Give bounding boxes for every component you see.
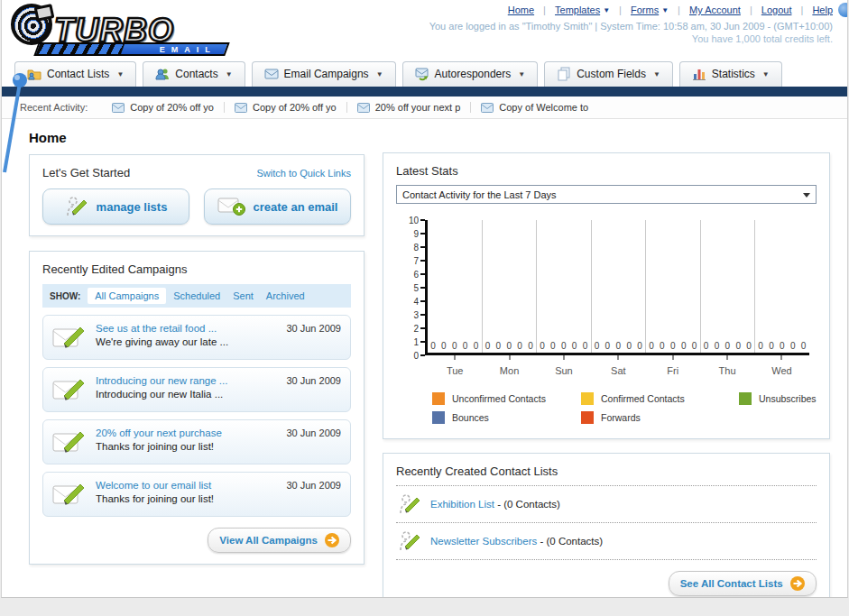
campaign-title-link[interactable]: 20% off your next purchase [96,428,277,438]
chart-value-label: 0 [506,341,512,351]
chart-x-labels: TueMonSunSatFriThuWed [428,355,809,378]
see-all-contact-lists-button[interactable]: See All Contact Lists [669,571,817,596]
legend-label: Forwards [601,412,641,423]
campaign-list-item[interactable]: 20% off your next purchase Thanks for jo… [42,419,351,464]
chart-value-label: 0 [692,341,697,351]
top-link[interactable]: Templates▼ [555,5,628,15]
main-nav-tab[interactable]: Custom Fields ▼ [544,61,673,87]
top-link[interactable]: My Account [689,5,759,15]
legend-swatch [432,392,445,405]
contact-list-detail: - (0 Contacts) [540,536,603,547]
contact-list-item[interactable]: Exhibition List - (0 Contacts) [396,485,817,522]
top-link[interactable]: Help [812,5,833,15]
recent-activity-item-label: Copy of Welcome to [499,102,588,113]
chart-value-label: 0 [572,341,577,351]
switch-quick-links[interactable]: Switch to Quick Links [256,168,351,179]
campaign-date: 30 Jun 2009 [286,375,341,386]
left-column: Home Let's Get Started Switch to Quick L… [29,126,365,598]
top-link[interactable]: Forms▼ [631,5,687,15]
contact-lists-panel: Recently Created Contact Lists [383,453,830,598]
chevron-down-icon: ▼ [603,6,610,14]
top-link[interactable]: Logout [761,5,810,15]
chart-value-label: 0 [474,341,479,351]
app-window: TURBO EMAIL Home Templates▼ Forms▼ My Ac… [1,0,848,598]
recent-activity-item[interactable]: 20% off your next p [347,102,472,113]
chart-value-label: 0 [441,341,447,351]
chart-value-label: 0 [637,341,642,351]
statistics-icon [692,67,706,81]
top-link-label[interactable]: Templates [555,5,600,15]
chart-day-group: 00000 [428,220,482,353]
main-nav-tab[interactable]: Email Campaigns ▼ [252,61,396,87]
main-nav-tab[interactable]: Statistics ▼ [679,61,782,87]
top-links: Home Templates▼ Forms▼ My Account Logout… [429,5,833,15]
top-link-label[interactable]: Forms [631,5,659,15]
campaign-title-link[interactable]: Welcome to our email list [96,480,277,491]
recent-activity-item[interactable]: Copy of 20% off yo [102,102,225,113]
chart-value-label: 0 [485,341,491,351]
get-started-title: Let's Get Started [42,166,130,179]
header-right: Home Templates▼ Forms▼ My Account Logout… [429,5,833,44]
campaign-subtitle: We're giving away our late ... [96,336,277,347]
email-campaigns-icon [264,67,279,81]
top-link-label[interactable]: Home [508,5,534,15]
campaign-filter[interactable]: All Campaigns [88,288,166,304]
legend-label: Unconfirmed Contacts [452,393,546,404]
campaign-filter[interactable]: Scheduled [173,290,220,301]
chart-value-label: 0 [660,341,665,351]
manage-lists-button[interactable]: manage lists [42,188,189,225]
envelope-icon [357,103,370,113]
x-tick-label: Mon [482,355,536,378]
latest-stats-title: Latest Stats [396,164,817,178]
chart-value-label: 0 [463,341,468,351]
contact-list-name-link[interactable]: Exhibition List [430,499,494,510]
see-all-contact-lists-label: See All Contact Lists [680,578,783,589]
chart-value-label: 0 [626,341,632,351]
campaign-title-link[interactable]: Introducing our new range ... [96,375,277,386]
campaigns-title: Recently Edited Campaigns [42,262,351,276]
chevron-down-icon: ▼ [376,70,383,78]
main-nav-tab[interactable]: Contacts ▼ [143,61,245,87]
chart-value-label: 0 [615,341,621,351]
header: TURBO EMAIL Home Templates▼ Forms▼ My Ac… [2,0,847,58]
y-tick: 5 [413,283,425,292]
credits-info: You have 1,000 total credits left. [429,33,833,44]
person-pencil-icon [65,195,88,218]
recent-activity-item[interactable]: Copy of 20% off yo [225,102,347,113]
campaign-filter[interactable]: Sent [233,290,254,301]
chart-value-label: 0 [725,341,731,351]
x-tick-label: Thu [700,355,754,378]
logo-speed-stripes [36,44,125,54]
y-tick: 2 [413,324,425,333]
chart-value-label: 0 [801,341,807,351]
y-tick: 10 [409,216,425,225]
campaign-filter-bar: SHOW: All CampaignsScheduledSentArchived [42,284,351,308]
contact-list-item[interactable]: Newsletter Subscribers - (0 Contacts) [396,522,817,560]
top-link-label[interactable]: My Account [689,5,741,15]
campaign-list-item[interactable]: Introducing our new range ... Introducin… [42,367,351,412]
person-pencil-icon [398,529,421,553]
contact-lists-title: Recently Created Contact Lists [396,464,817,478]
create-email-button[interactable]: create an email [204,188,351,225]
chart-day-group: 00000 [536,220,591,353]
chart-value-label: 0 [528,341,533,351]
campaign-title-link[interactable]: See us at the retail food ... [96,323,277,334]
top-link-label[interactable]: Logout [761,5,792,15]
get-started-panel: Let's Get Started Switch to Quick Links … [29,154,365,236]
campaign-list-item[interactable]: Welcome to our email list Thanks for joi… [42,472,351,517]
recent-campaigns-panel: Recently Edited Campaigns SHOW: All Camp… [29,251,365,565]
chart-value-label: 0 [746,341,752,351]
legend-swatch [581,411,594,424]
x-tick-label: Sat [591,355,645,378]
top-link[interactable]: Home [508,5,552,15]
main-nav-tab[interactable]: Contact Lists ▼ [14,61,136,87]
campaign-list-item[interactable]: See us at the retail food ... We're givi… [42,315,351,360]
stats-selector[interactable]: Contact Activity for the Last 7 Days [396,185,817,204]
recent-activity-item[interactable]: Copy of Welcome to [471,102,598,113]
campaign-subtitle: Introducing our new Italia ... [96,389,277,400]
main-nav-tab[interactable]: Autoresponders ▼ [402,61,539,87]
view-all-campaigns-button[interactable]: View All Campaigns [208,528,351,553]
top-link-label[interactable]: Help [812,5,833,15]
contact-list-name-link[interactable]: Newsletter Subscribers [430,536,537,547]
campaign-filter[interactable]: Archived [266,290,305,301]
